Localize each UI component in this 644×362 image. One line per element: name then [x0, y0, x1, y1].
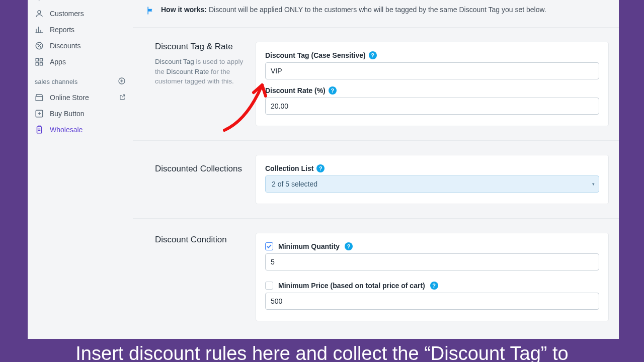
svg-rect-6 — [40, 58, 43, 61]
condition-card: Minimum Quantity ? Minimum Price (based … — [256, 233, 609, 321]
min-price-checkbox[interactable] — [265, 282, 273, 290]
plus-square-icon — [35, 109, 44, 118]
channel-item-label: Buy Button — [50, 110, 85, 118]
section-description: Discount Tag is used to apply the Discou… — [155, 57, 244, 86]
discount-rate-label-row: Discount Rate (%) ? — [265, 86, 599, 95]
sidebar-item-label: Discounts — [50, 42, 80, 50]
sidebar-item-discounts[interactable]: Discounts — [28, 38, 133, 54]
min-qty-check-row: Minimum Quantity ? — [265, 242, 599, 250]
sidebar-item-label: Products — [50, 0, 77, 2]
how-it-works-label: How it works: — [161, 6, 207, 14]
collections-card: Collection List ? 2 of 5 selected ▾ — [256, 155, 609, 204]
section-title: Discount Condition — [155, 235, 244, 245]
sidebar-item-products[interactable]: Products — [28, 0, 133, 6]
user-icon — [35, 9, 44, 18]
channel-item-label: Online Store — [50, 94, 119, 102]
sidebar-item-label: Apps — [50, 58, 66, 66]
clipboard-icon — [35, 125, 44, 134]
svg-rect-7 — [36, 63, 38, 65]
svg-point-1 — [38, 11, 41, 14]
tag-rate-card: Discount Tag (Case Sensitive) ? Discount… — [256, 42, 609, 126]
section-tag-rate: Discount Tag & Rate Discount Tag is used… — [133, 27, 619, 140]
percent-icon — [35, 41, 44, 50]
tag-icon — [35, 0, 44, 2]
sidebar-item-reports[interactable]: Reports — [28, 22, 133, 38]
svg-point-3 — [38, 44, 39, 45]
min-qty-label: Minimum Quantity — [278, 242, 340, 250]
sales-channels-header: sales channels — [28, 70, 133, 89]
collection-multiselect[interactable]: 2 of 5 selected ▾ — [265, 175, 599, 193]
section-collections-left: Discounted Collections — [143, 155, 244, 179]
main-content: this tag who buys the product of selecte… — [133, 0, 619, 342]
section-tag-rate-left: Discount Tag & Rate Discount Tag is used… — [143, 42, 244, 86]
how-it-works-row: How it works: Discount will be applied O… — [133, 6, 619, 27]
channel-item-buy-button[interactable]: Buy Button — [28, 106, 133, 122]
discount-tag-input[interactable] — [265, 62, 599, 79]
sales-channels-label: sales channels — [35, 78, 78, 85]
svg-point-4 — [40, 47, 41, 48]
how-it-works-text: Discount will be applied ONLY to the cus… — [207, 6, 546, 14]
min-qty-checkbox[interactable] — [265, 242, 273, 250]
external-link-icon[interactable] — [119, 94, 126, 102]
bar-chart-icon — [35, 25, 44, 34]
sidebar-item-apps[interactable]: Apps — [28, 54, 133, 70]
section-collections: Discounted Collections Collection List ?… — [133, 140, 619, 218]
min-qty-group: Minimum Quantity ? — [265, 242, 599, 270]
discount-rate-label: Discount Rate (%) — [265, 86, 326, 95]
sidebar: Products Customers Reports Discounts App… — [28, 0, 133, 342]
min-price-check-row: Minimum Price (based on total price of c… — [265, 282, 599, 290]
sidebar-item-label: Reports — [50, 26, 74, 34]
chevron-down-icon: ▾ — [592, 182, 595, 187]
help-icon[interactable]: ? — [329, 86, 337, 95]
discount-tag-label: Discount Tag (Case Sensitive) — [265, 51, 366, 59]
section-condition: Discount Condition Minimum Quantity ? — [133, 218, 619, 335]
help-icon[interactable]: ? — [316, 164, 325, 172]
flag-icon — [146, 6, 156, 17]
svg-rect-11 — [37, 127, 42, 133]
store-icon — [35, 93, 44, 102]
channel-item-wholesale[interactable]: Wholesale — [28, 122, 133, 138]
collection-list-label-row: Collection List ? — [265, 164, 599, 172]
intro-text: this tag who buys the product of selecte… — [133, 0, 619, 6]
section-condition-left: Discount Condition — [143, 233, 244, 250]
section-title: Discounted Collections — [155, 164, 244, 174]
collection-list-label: Collection List — [265, 164, 313, 172]
min-price-group: Minimum Price (based on total price of c… — [265, 282, 599, 310]
grid-icon — [35, 57, 44, 66]
discount-tag-label-row: Discount Tag (Case Sensitive) ? — [265, 51, 599, 59]
discount-rate-input[interactable] — [265, 98, 599, 115]
help-icon[interactable]: ? — [430, 282, 438, 290]
multiselect-value: 2 of 5 selected — [272, 180, 317, 188]
sidebar-item-label: Customers — [50, 10, 84, 18]
help-icon[interactable]: ? — [369, 51, 377, 59]
min-price-input[interactable] — [265, 293, 599, 310]
min-price-label: Minimum Price (based on total price of c… — [278, 282, 425, 290]
channel-item-online-store[interactable]: Online Store — [28, 89, 133, 106]
slide-caption: Insert discount rules here and collect t… — [0, 339, 644, 362]
section-title: Discount Tag & Rate — [155, 42, 244, 52]
help-icon[interactable]: ? — [345, 242, 353, 250]
svg-rect-5 — [36, 58, 38, 61]
svg-rect-8 — [40, 63, 43, 65]
sidebar-item-customers[interactable]: Customers — [28, 6, 133, 22]
add-channel-icon[interactable] — [118, 77, 126, 86]
app-window: Products Customers Reports Discounts App… — [28, 0, 619, 342]
channel-item-label: Wholesale — [50, 126, 83, 134]
min-qty-input[interactable] — [265, 253, 599, 270]
